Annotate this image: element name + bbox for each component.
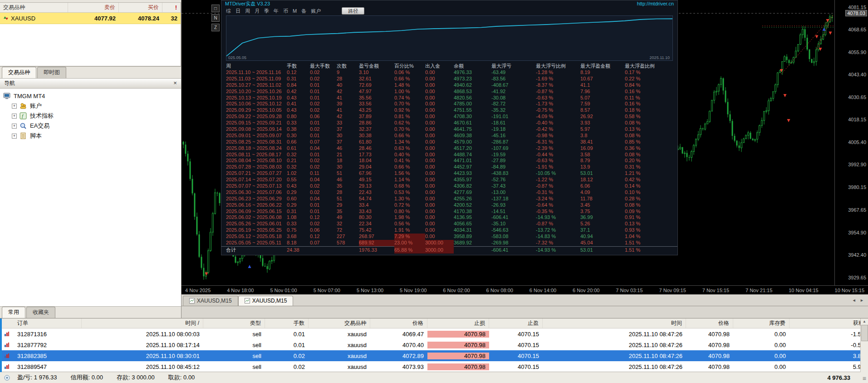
- stats-week-row[interactable]: 2025.05.12 ~ 2025.05.183.680.12227268.97…: [221, 234, 677, 240]
- market-watch-tab[interactable]: 即时图: [37, 67, 66, 78]
- orders-col-header[interactable]: 获利: [790, 318, 868, 328]
- market-watch-col-header[interactable]: 卖价: [68, 3, 119, 12]
- stats-week-row[interactable]: 2025.10.06 ~ 2025.10.120.410.023933.560.…: [221, 101, 677, 107]
- stats-week-row[interactable]: 2025.10.13 ~ 2025.10.190.430.014135.560.…: [221, 95, 677, 101]
- stats-cell: 1.02: [287, 170, 310, 177]
- stats-week-row[interactable]: 2025.05.05 ~ 2025.05.118.180.07578689.92…: [221, 240, 677, 246]
- order-type-cell: sell: [203, 331, 265, 338]
- market-watch-row[interactable]: XAUUSD4077.924078.2432: [0, 13, 181, 24]
- orders-col-header[interactable]: [0, 318, 14, 328]
- price-axis[interactable]: 4081.154078.034068.654055.904043.404030.…: [834, 0, 868, 285]
- market-watch-tab[interactable]: 交易品种: [2, 67, 36, 78]
- stats-toolbar-item[interactable]: 日: [235, 8, 240, 15]
- stats-toolbar-item[interactable]: 综: [226, 8, 231, 15]
- close-icon[interactable]: ×: [172, 80, 179, 87]
- stats-week-row[interactable]: 2025.06.16 ~ 2025.06.220.290.012933.40.7…: [221, 202, 677, 209]
- scroll-up-icon[interactable]: ▲: [863, 319, 866, 323]
- expand-icon[interactable]: +: [12, 134, 17, 139]
- stats-week-row[interactable]: 2025.06.09 ~ 2025.06.150.310.013533.430.…: [221, 209, 677, 215]
- stats-toolbar-item[interactable]: 备: [301, 8, 306, 15]
- stats-cell: -0.75 %: [536, 107, 580, 114]
- stats-cell: 0.33: [287, 221, 310, 227]
- stats-week-row[interactable]: 2025.08.11 ~ 2025.08.170.320.012117.730.…: [221, 152, 677, 158]
- time-axis[interactable]: 4 Nov 20254 Nov 18:005 Nov 01:005 Nov 07…: [181, 285, 868, 294]
- stats-toolbar-item[interactable]: 周: [245, 8, 250, 15]
- stats-week-row[interactable]: 2025.08.25 ~ 2025.08.310.660.073761.801.…: [221, 139, 677, 145]
- orders-col-header[interactable]: 手数: [265, 318, 309, 328]
- navigator-item[interactable]: +脚本: [0, 131, 181, 141]
- stats-week-row[interactable]: 2025.09.29 ~ 2025.10.050.430.024143.250.…: [221, 107, 677, 114]
- stats-week-row[interactable]: 2025.07.21 ~ 2025.07.271.020.115167.961.…: [221, 170, 677, 177]
- stats-toolbar-item[interactable]: 季: [264, 8, 269, 15]
- orders-col-header[interactable]: 时间 /: [82, 318, 203, 328]
- stats-week-row[interactable]: 2025.08.04 ~ 2025.08.100.210.021818.040.…: [221, 158, 677, 164]
- order-row[interactable]: 3128895472025.11.10 08:45:12sell0.02xauu…: [0, 361, 868, 372]
- stats-cell: 7.96: [580, 89, 625, 95]
- chart-tab[interactable]: XAUUSD,M15: [183, 296, 238, 306]
- stats-toolbar-item[interactable]: 币: [283, 8, 288, 15]
- expand-icon[interactable]: +: [12, 104, 17, 109]
- market-watch-col-header[interactable]: 交易品种: [0, 3, 68, 12]
- stats-cell: -63.49: [491, 70, 536, 76]
- navigator-item[interactable]: +f技术指标: [0, 111, 181, 121]
- stats-week-row[interactable]: 2025.06.30 ~ 2025.07.060.290.022822.430.…: [221, 189, 677, 196]
- orders-col-header[interactable]: 交易品种: [309, 318, 370, 328]
- chart-overlay-button[interactable]: Z: [211, 24, 220, 31]
- orders-col-header[interactable]: 止损: [427, 318, 489, 328]
- stats-week-row[interactable]: 2025.06.23 ~ 2025.06.290.600.045154.741.…: [221, 196, 677, 202]
- orders-col-header[interactable]: 订单: [14, 318, 82, 328]
- expand-icon[interactable]: +: [12, 114, 17, 119]
- stats-week-row[interactable]: 2025.09.08 ~ 2025.09.140.380.023732.370.…: [221, 126, 677, 133]
- orders-col-header[interactable]: 类型: [203, 318, 265, 328]
- orders-col-header[interactable]: 时间: [543, 318, 686, 328]
- stats-cell: 4306.82: [454, 183, 491, 189]
- path-button[interactable]: 路径: [342, 7, 364, 15]
- stats-week-row[interactable]: 2025.07.14 ~ 2025.07.200.550.044649.151.…: [221, 177, 677, 183]
- time-label: 6 Nov 02:00: [443, 288, 470, 293]
- order-row[interactable]: 3128777922025.11.10 08:17:14sell0.01xauu…: [0, 339, 868, 350]
- market-watch-col-header[interactable]: 买价: [119, 3, 162, 12]
- market-watch-col-header[interactable]: !: [162, 3, 181, 12]
- stats-toolbar-item[interactable]: 账户: [311, 8, 321, 15]
- resize-grip-icon[interactable]: ≡: [863, 375, 866, 382]
- stats-week-row[interactable]: 2025.11.03 ~ 2025.11.090.310.022832.610.…: [221, 76, 677, 82]
- stats-week-row[interactable]: 2025.10.27 ~ 2025.11.020.840.014072.691.…: [221, 82, 677, 89]
- time-label: 7 Nov 03:15: [616, 288, 642, 293]
- orders-col-header[interactable]: 价格: [370, 318, 427, 328]
- stats-toolbar-item[interactable]: M: [293, 8, 297, 14]
- sidebar-bottom-tab[interactable]: 收藏夹: [26, 307, 55, 318]
- navigator-item[interactable]: +EA交易: [0, 121, 181, 131]
- terminal-scrollbar[interactable]: ▲: [860, 318, 868, 372]
- sidebar-bottom-tab[interactable]: 常用: [2, 307, 25, 318]
- tab-scroll-arrows-icon[interactable]: ◄ ►: [852, 298, 865, 303]
- stats-week-row[interactable]: 2025.10.20 ~ 2025.10.260.420.014247.971.…: [221, 89, 677, 95]
- stats-toolbar-item[interactable]: 年: [274, 8, 279, 15]
- order-type-icon: [0, 353, 14, 358]
- chart-overlay-button[interactable]: □: [211, 5, 220, 12]
- chart-tab[interactable]: XAUUSD,M15: [238, 296, 294, 306]
- stats-week-row[interactable]: 2025.07.28 ~ 2025.08.030.320.023029.040.…: [221, 164, 677, 170]
- stats-link[interactable]: http://mtdriver.cn: [637, 1, 674, 6]
- stats-week-row[interactable]: 2025.05.19 ~ 2025.05.250.750.067275.421.…: [221, 227, 677, 234]
- navigator-item[interactable]: TMGM MT4: [0, 91, 181, 101]
- navigator-item[interactable]: +账户: [0, 101, 181, 111]
- orders-col-header[interactable]: 库存费: [733, 318, 790, 328]
- expand-icon[interactable]: +: [12, 124, 17, 129]
- orders-col-header[interactable]: 价格: [686, 318, 733, 328]
- stats-week-row[interactable]: 2025.08.18 ~ 2025.08.240.610.044628.460.…: [221, 145, 677, 152]
- stats-cell: 2025.09.29 ~ 2025.10.05: [226, 107, 287, 114]
- stats-week-row[interactable]: 2025.07.07 ~ 2025.07.130.430.023529.130.…: [221, 183, 677, 189]
- stats-week-row[interactable]: 2025.09.22 ~ 2025.09.280.800.064237.890.…: [221, 114, 677, 120]
- stats-week-row[interactable]: 2025.09.01 ~ 2025.09.070.300.013030.380.…: [221, 133, 677, 139]
- stats-cell: 0.43: [287, 95, 310, 101]
- order-row[interactable]: 3128713162025.11.10 08:00:03sell0.01xauu…: [0, 328, 868, 339]
- stats-week-row[interactable]: 2025.05.26 ~ 2025.06.010.330.023222.340.…: [221, 221, 677, 227]
- stats-week-row[interactable]: 2025.09.15 ~ 2025.09.210.330.013328.860.…: [221, 120, 677, 126]
- orders-col-header[interactable]: 止盈: [489, 318, 543, 328]
- stats-week-row[interactable]: 2025.06.02 ~ 2025.06.081.080.124980.301.…: [221, 214, 677, 221]
- order-row[interactable]: 3128823852025.11.10 08:30:01sell0.02xauu…: [0, 350, 868, 361]
- stats-cell: -606.41: [491, 214, 536, 221]
- stats-toolbar-item[interactable]: 月: [255, 8, 260, 15]
- chart-overlay-button[interactable]: N: [211, 14, 220, 22]
- stats-week-row[interactable]: 2025.11.10 ~ 2025.11.160.120.0293.100.06…: [221, 70, 677, 76]
